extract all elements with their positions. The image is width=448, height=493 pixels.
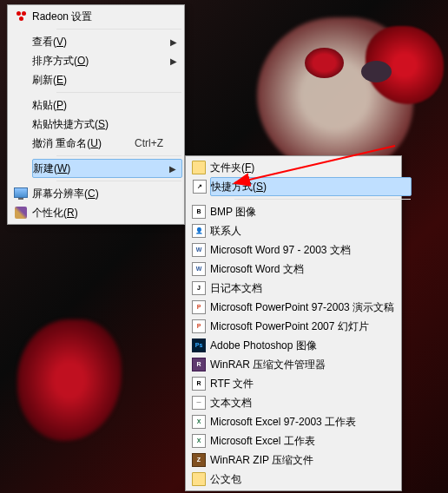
menu-label: Adobe Photoshop 图像 (210, 339, 317, 353)
radeon-icon (10, 10, 32, 23)
menu-undo[interactable]: 撤消 重命名(U) Ctrl+Z (32, 134, 182, 153)
personalize-icon (10, 207, 32, 219)
rar-icon: R (188, 358, 210, 371)
menu-label: BMP 图像 (210, 205, 256, 220)
menu-label: 新建(W) (33, 161, 70, 176)
menu-separator (56, 181, 181, 181)
menu-label: 排序方式(O) (32, 54, 89, 69)
menu-label: WinRAR ZIP 压缩文件 (210, 453, 313, 468)
new-journal[interactable]: J日记本文档 (210, 279, 412, 298)
zip-icon: Z (188, 453, 210, 467)
menu-radeon-settings[interactable]: Radeon 设置 (32, 7, 182, 26)
menu-separator (56, 92, 181, 93)
submenu-arrow-icon: ▶ (170, 56, 177, 66)
new-submenu: 文件夹(F) ↗ 快捷方式(S) BBMP 图像 👤联系人 WMicrosoft… (185, 155, 402, 491)
bg-flower (366, 26, 444, 104)
desktop-context-menu: Radeon 设置 查看(V) ▶ 排序方式(O) ▶ 刷新(E) 粘贴(P) (7, 4, 185, 225)
word-icon: W (188, 243, 210, 257)
xls-icon: X (188, 434, 210, 448)
new-xls[interactable]: XMicrosoft Excel 工作表 (210, 431, 412, 450)
new-word[interactable]: WMicrosoft Word 文档 (210, 260, 412, 279)
menu-label: WinRAR 压缩文件管理器 (210, 358, 326, 372)
menu-label: 公文包 (210, 472, 241, 487)
psd-icon: Ps (188, 339, 210, 352)
menu-label: Microsoft Word 97 - 2003 文档 (210, 243, 351, 258)
menu-separator (234, 199, 411, 200)
menu-paste-shortcut[interactable]: 粘贴快捷方式(S) (32, 115, 182, 134)
menu-label: Microsoft PowerPoint 97-2003 演示文稿 (210, 300, 394, 315)
menu-new[interactable]: 新建(W) ▶ (32, 159, 182, 178)
briefcase-icon (188, 472, 210, 486)
new-word97[interactable]: WMicrosoft Word 97 - 2003 文档 (210, 240, 412, 260)
new-bmp[interactable]: BBMP 图像 (210, 202, 412, 221)
new-ppt97[interactable]: PMicrosoft PowerPoint 97-2003 演示文稿 (210, 298, 412, 317)
submenu-arrow-icon: ▶ (169, 164, 176, 174)
ppt-icon: P (188, 319, 210, 333)
monitor-icon (10, 188, 32, 199)
menu-label: 粘贴快捷方式(S) (32, 117, 109, 132)
menu-label: Microsoft Excel 97-2003 工作表 (210, 415, 356, 430)
new-psd[interactable]: PsAdobe Photoshop 图像 (210, 336, 412, 355)
menu-label: 日记本文档 (210, 281, 262, 296)
new-briefcase[interactable]: 公文包 (210, 470, 412, 489)
menu-label: 联系人 (210, 224, 241, 239)
menu-paste[interactable]: 粘贴(P) (32, 95, 182, 115)
folder-icon (188, 161, 210, 174)
menu-label: Microsoft PowerPoint 2007 幻灯片 (210, 319, 369, 334)
menu-sort[interactable]: 排序方式(O) ▶ (32, 51, 182, 70)
menu-label: 快捷方式(S) (211, 180, 267, 194)
new-folder[interactable]: 文件夹(F) (210, 158, 412, 177)
submenu-arrow-icon: ▶ (170, 37, 177, 47)
menu-label: 屏幕分辨率(C) (32, 187, 99, 201)
rtf-icon: R (188, 377, 210, 391)
menu-label: 查看(V) (32, 35, 67, 49)
bmp-icon: B (188, 205, 210, 219)
bg-flower2 (17, 319, 122, 441)
menu-view[interactable]: 查看(V) ▶ (32, 32, 182, 51)
menu-separator (56, 29, 181, 30)
menu-label: Microsoft Word 文档 (210, 262, 304, 277)
menu-label: 个性化(R) (32, 206, 78, 220)
contact-icon: 👤 (188, 224, 210, 238)
menu-personalize[interactable]: 个性化(R) (32, 203, 182, 222)
shortcut-icon: ↗ (188, 180, 211, 194)
menu-shortcut: Ctrl+Z (135, 137, 163, 149)
ppt-icon: P (188, 300, 210, 314)
menu-label: 文本文档 (210, 396, 252, 411)
xls-icon: X (188, 415, 210, 429)
menu-label: Radeon 设置 (32, 10, 92, 24)
txt-icon: ─ (188, 396, 210, 410)
menu-resolution[interactable]: 屏幕分辨率(C) (32, 184, 182, 203)
menu-separator (56, 155, 181, 156)
journal-icon: J (188, 281, 210, 295)
new-xls97[interactable]: XMicrosoft Excel 97-2003 工作表 (210, 412, 412, 431)
new-ppt[interactable]: PMicrosoft PowerPoint 2007 幻灯片 (210, 317, 412, 336)
new-txt[interactable]: ─文本文档 (210, 393, 412, 412)
menu-label: RTF 文件 (210, 377, 254, 391)
menu-label: 撤消 重命名(U) (32, 136, 102, 151)
new-shortcut[interactable]: ↗ 快捷方式(S) (210, 177, 412, 196)
menu-label: 粘贴(P) (32, 98, 67, 113)
word-icon: W (188, 262, 210, 276)
new-rtf[interactable]: RRTF 文件 (210, 374, 412, 393)
new-zip[interactable]: ZWinRAR ZIP 压缩文件 (210, 450, 412, 470)
menu-label: Microsoft Excel 工作表 (210, 434, 315, 449)
menu-label: 文件夹(F) (210, 161, 254, 175)
menu-refresh[interactable]: 刷新(E) (32, 70, 182, 89)
menu-label: 刷新(E) (32, 73, 67, 88)
new-contact[interactable]: 👤联系人 (210, 221, 412, 240)
new-rar[interactable]: RWinRAR 压缩文件管理器 (210, 355, 412, 374)
